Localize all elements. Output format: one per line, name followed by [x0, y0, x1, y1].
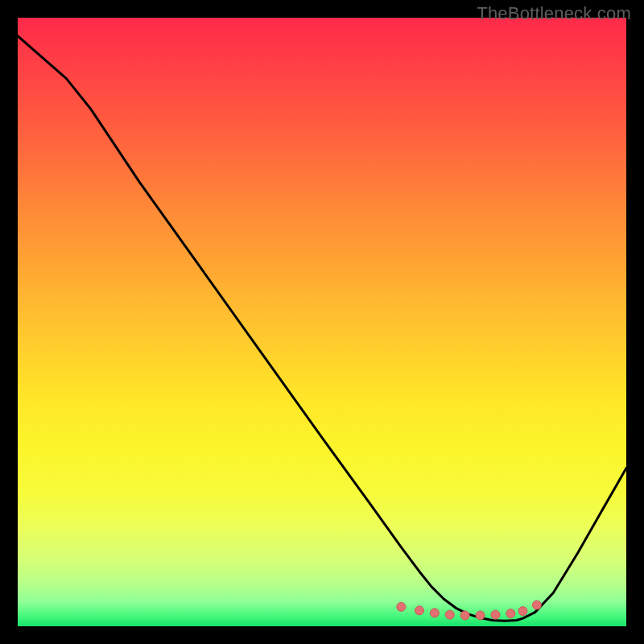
chart-marker — [491, 610, 500, 619]
chart-markers — [397, 601, 542, 620]
chart-line — [18, 36, 626, 621]
chart-marker — [460, 611, 469, 620]
chart-marker — [430, 609, 439, 617]
chart-marker — [445, 610, 454, 619]
chart-svg — [18, 18, 626, 626]
chart-marker — [518, 607, 527, 616]
chart-marker — [415, 606, 423, 615]
chart-marker — [476, 611, 485, 620]
chart-marker — [397, 602, 406, 611]
chart-marker — [532, 601, 541, 609]
watermark-text: TheBottleneck.com — [477, 3, 631, 24]
chart-frame: TheBottleneck.com — [0, 0, 644, 644]
chart-marker — [506, 609, 515, 618]
